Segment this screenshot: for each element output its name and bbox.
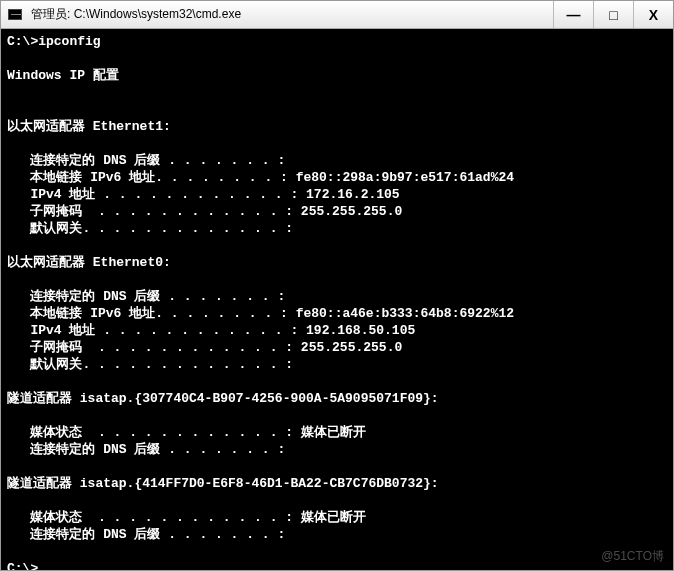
- adapter1-mask: 子网掩码 . . . . . . . . . . . . : 255.255.2…: [7, 204, 402, 219]
- tunnel1-title: 隧道适配器 isatap.{307740C4-B907-4256-900A-5A…: [7, 391, 439, 406]
- window-controls: — □ X: [553, 1, 673, 28]
- line-prompt-cmd: C:\>ipconfig: [7, 34, 101, 49]
- adapter1-title: 以太网适配器 Ethernet1:: [7, 119, 171, 134]
- adapter1-gw: 默认网关. . . . . . . . . . . . . :: [7, 221, 293, 236]
- maximize-button[interactable]: □: [593, 1, 633, 28]
- adapter0-mask: 子网掩码 . . . . . . . . . . . . : 255.255.2…: [7, 340, 402, 355]
- window-title: 管理员: C:\Windows\system32\cmd.exe: [29, 1, 553, 28]
- tunnel1-media: 媒体状态 . . . . . . . . . . . . : 媒体已断开: [7, 425, 366, 440]
- tunnel2-title: 隧道适配器 isatap.{414FF7D0-E6F8-46D1-BA22-CB…: [7, 476, 439, 491]
- tunnel2-dns: 连接特定的 DNS 后缀 . . . . . . . :: [7, 527, 285, 542]
- adapter0-gw: 默认网关. . . . . . . . . . . . . :: [7, 357, 293, 372]
- adapter0-ipv6: 本地链接 IPv6 地址. . . . . . . . : fe80::a46e…: [7, 306, 514, 321]
- adapter0-title: 以太网适配器 Ethernet0:: [7, 255, 171, 270]
- adapter1-dns: 连接特定的 DNS 后缀 . . . . . . . :: [7, 153, 285, 168]
- adapter1-ipv4: IPv4 地址 . . . . . . . . . . . . : 172.16…: [7, 187, 400, 202]
- adapter1-ipv6: 本地链接 IPv6 地址. . . . . . . . : fe80::298a…: [7, 170, 514, 185]
- cmd-icon: [1, 1, 29, 28]
- minimize-button[interactable]: —: [553, 1, 593, 28]
- watermark: @51CTO博: [601, 548, 664, 565]
- close-button[interactable]: X: [633, 1, 673, 28]
- terminal-output[interactable]: C:\>ipconfig Windows IP 配置 以太网适配器 Ethern…: [1, 29, 673, 570]
- cmd-window: 管理员: C:\Windows\system32\cmd.exe — □ X C…: [0, 0, 674, 571]
- prompt-1: C:\>: [7, 561, 38, 570]
- tunnel2-media: 媒体状态 . . . . . . . . . . . . : 媒体已断开: [7, 510, 366, 525]
- line-heading: Windows IP 配置: [7, 68, 119, 83]
- adapter0-dns: 连接特定的 DNS 后缀 . . . . . . . :: [7, 289, 285, 304]
- titlebar: 管理员: C:\Windows\system32\cmd.exe — □ X: [1, 1, 673, 29]
- adapter0-ipv4: IPv4 地址 . . . . . . . . . . . . : 192.16…: [7, 323, 415, 338]
- tunnel1-dns: 连接特定的 DNS 后缀 . . . . . . . :: [7, 442, 285, 457]
